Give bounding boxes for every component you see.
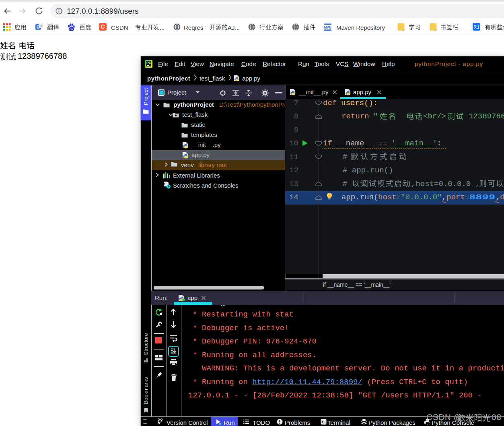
svg-text:MVN: MVN <box>324 25 331 29</box>
svg-text:du: du <box>70 27 74 31</box>
svg-text:x: x <box>41 24 42 28</box>
